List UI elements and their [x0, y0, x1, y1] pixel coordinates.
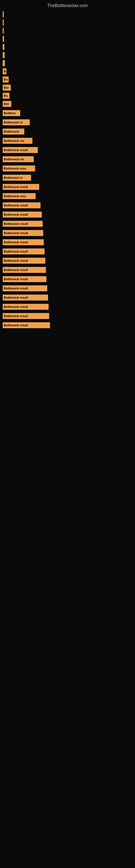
- orange-bar: Bottleneck result: [3, 184, 39, 190]
- bar-row: Bot: [3, 84, 132, 92]
- orange-bar: Bottleneck result: [3, 276, 46, 282]
- orange-bar: Bottlene: [3, 110, 20, 116]
- bar-row: Bottleneck resu: [3, 164, 132, 173]
- orange-bar: Bottleneck re: [3, 175, 31, 181]
- bar-row: [3, 43, 132, 51]
- orange-bar: Bottleneck result: [3, 248, 45, 254]
- orange-bar: Bottleneck res: [3, 138, 32, 144]
- site-title: TheBottlenecker.com: [0, 0, 135, 10]
- bar-row: Bottleneck result: [3, 275, 132, 283]
- bar-row: Bottlene: [3, 109, 132, 117]
- bar-row: Bottleneck result: [3, 284, 132, 292]
- bar-row: [3, 51, 132, 59]
- orange-bar: Bottleneck result: [3, 267, 46, 273]
- bar-row: [3, 19, 132, 27]
- orange-bar: Bottleneck result: [3, 147, 38, 153]
- bar-row: Bo: [3, 92, 132, 100]
- bar-row: Bottleneck result: [3, 201, 132, 209]
- bar-row: Bottleneck re: [3, 174, 132, 182]
- chart-area: BBoBotBoBotBottleneBottleneck reBottlene…: [0, 10, 135, 330]
- orange-bar: Bottleneck result: [3, 285, 47, 291]
- orange-bar: Bottleneck result: [3, 258, 45, 264]
- orange-bar: Bot: [3, 101, 11, 107]
- orange-bar: Bottleneck result: [3, 212, 42, 218]
- bar-row: Bottleneck result: [3, 211, 132, 219]
- bar-row: Bottleneck result: [3, 257, 132, 265]
- orange-bar: [3, 28, 4, 34]
- bar-row: Bottleneck result: [3, 146, 132, 154]
- bar-row: [3, 10, 132, 19]
- orange-bar: Bottleneck: [3, 129, 24, 134]
- orange-bar: [3, 44, 4, 50]
- orange-bar: [3, 20, 4, 26]
- bar-row: [3, 59, 132, 67]
- bar-row: Bottleneck result: [3, 183, 132, 191]
- bar-row: Bottleneck result: [3, 312, 132, 320]
- bar-row: Bottleneck res: [3, 155, 132, 163]
- bar-row: Bottleneck result: [3, 229, 132, 237]
- bar-row: Bottleneck result: [3, 303, 132, 311]
- bar-row: Bottleneck re: [3, 118, 132, 126]
- orange-bar: Bottleneck result: [3, 294, 48, 301]
- orange-bar: [3, 52, 5, 58]
- orange-bar: Bottleneck result: [3, 239, 44, 245]
- bar-row: Bottleneck result: [3, 220, 132, 228]
- bar-row: Bottleneck result: [3, 321, 132, 329]
- orange-bar: Bottleneck result: [3, 322, 50, 328]
- orange-bar: Bottleneck res: [3, 156, 34, 162]
- bar-row: Bottleneck: [3, 127, 132, 135]
- orange-bar: Bottleneck resu: [3, 193, 36, 199]
- orange-bar: Bo: [3, 93, 9, 99]
- orange-bar: Bottleneck result: [3, 230, 43, 236]
- bar-row: Bottleneck result: [3, 247, 132, 255]
- orange-bar: Bottleneck resu: [3, 165, 35, 172]
- orange-bar: [3, 36, 4, 42]
- bar-row: Bo: [3, 75, 132, 84]
- bar-row: Bottleneck result: [3, 293, 132, 302]
- orange-bar: Bot: [3, 85, 11, 91]
- orange-bar: [3, 11, 4, 18]
- bar-row: Bottleneck resu: [3, 192, 132, 200]
- bar-row: [3, 27, 132, 35]
- orange-bar: [3, 60, 5, 66]
- orange-bar: B: [3, 68, 6, 74]
- orange-bar: Bottleneck result: [3, 313, 49, 319]
- bar-row: [3, 35, 132, 43]
- bar-row: Bottleneck result: [3, 238, 132, 246]
- orange-bar: Bottleneck result: [3, 304, 49, 310]
- bar-row: B: [3, 67, 132, 75]
- orange-bar: Bottleneck re: [3, 119, 30, 125]
- page-wrapper: TheBottlenecker.com BBoBotBoBotBottleneB…: [0, 0, 135, 330]
- bar-row: Bot: [3, 100, 132, 108]
- bar-row: Bottleneck res: [3, 137, 132, 145]
- orange-bar: Bottleneck result: [3, 203, 41, 208]
- bar-row: Bottleneck result: [3, 266, 132, 274]
- orange-bar: Bo: [3, 76, 9, 83]
- orange-bar: Bottleneck result: [3, 221, 43, 227]
